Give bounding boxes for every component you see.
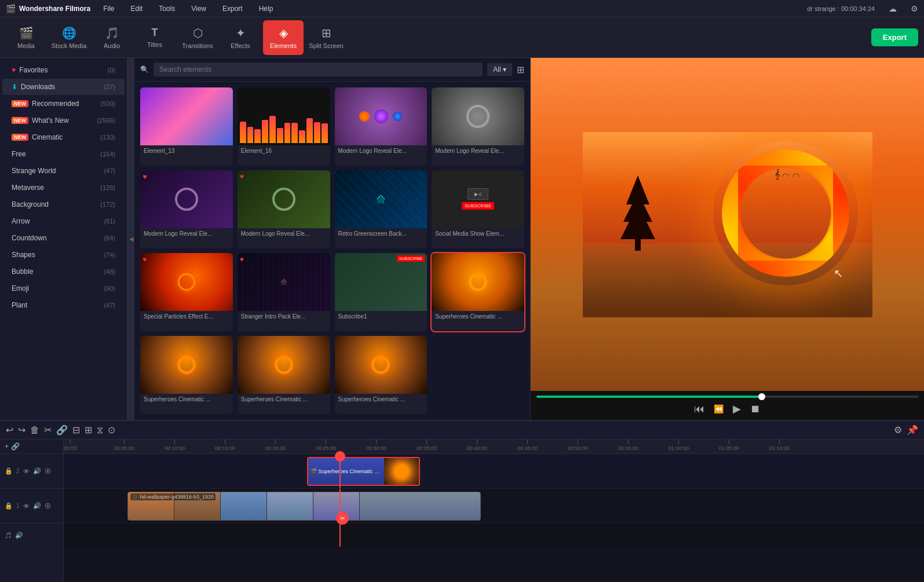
undo-button[interactable]: ↩ [6,424,13,435]
timeline-tracks: 🎬 Superheroes Cinematic Pack Eleme... ✂ [64,454,924,547]
element-card-subscribe1[interactable]: SUBSCRIBE Subscribe1 [335,253,428,331]
filter-all-button[interactable]: All ▾ [487,63,512,76]
toolbar-elements[interactable]: ◈ Elements [263,20,304,55]
toolbar-audio[interactable]: 🎵 Audio [92,20,132,55]
sidebar-item-background[interactable]: Background (172) [2,196,125,213]
sidebar-item-shapes[interactable]: Shapes (74) [2,247,125,263]
cut-button[interactable]: ✂ [44,424,52,435]
menu-edit[interactable]: Edit [127,3,146,14]
delete-button[interactable]: 🗑 [30,425,39,435]
element-card-elem-16[interactable]: Element_16 [238,87,330,166]
sidebar-item-favorites[interactable]: ♥ Favorites (0) [2,62,125,78]
add-track-button[interactable]: + [5,442,9,451]
link-button[interactable]: 🔗 [56,424,68,435]
link-tracks-button[interactable]: 🔗 [11,442,20,451]
toolbar-media[interactable]: 🎬 Media [6,20,46,55]
sidebar-item-free[interactable]: Free (164) [2,146,125,162]
element-card-stranger-intro[interactable]: ⟰ ♥ Stranger Intro Pack Ele... [238,253,330,331]
element-card-superhero-2[interactable]: Superheroes Cinematic ... [140,336,233,414]
sidebar-item-strange-world[interactable]: Strange World (47) [2,163,125,179]
element-card-superhero-selected[interactable]: Superheroes Cinematic ... [432,253,524,331]
element-card-particles-effect[interactable]: ♥ Special Particles Effect E... [140,253,233,331]
ruler-mark: 00:10:00 [165,440,185,451]
toolbar-stock-media[interactable]: 🌐 Stock Media [49,20,89,55]
track-number-1: 1 [16,503,20,509]
sidebar-item-arrow[interactable]: Arrow (81) [2,213,125,229]
rewind-button[interactable]: ⏮ [694,403,704,415]
sidebar-item-cinematic[interactable]: NEW Cinematic (130) [2,129,125,145]
play-button[interactable]: ▶ [733,402,741,415]
sidebar-item-emoji[interactable]: Emoji (90) [2,280,125,297]
toolbar-effects[interactable]: ✦ Effects [220,20,261,55]
ruler-time-label: 00:30:00 [366,445,386,451]
ruler-tick [628,440,629,444]
ruler-tick [729,440,729,444]
adjust-button[interactable]: ⊟ [72,424,80,435]
menu-tools[interactable]: Tools [155,3,178,14]
sidebar-item-bubble[interactable]: Bubble (48) [2,263,125,280]
step-back-button[interactable]: ⏪ [714,404,724,413]
timeline-pin-button[interactable]: 📌 [907,424,918,435]
eye-icon-2[interactable]: 👁 [23,503,30,510]
timeline: ↩ ↪ 🗑 ✂ 🔗 ⊟ ⊞ ⧖ ⊙ ⚙ 📌 + 🔗 🔒 2 👁 🔊 ⦿ [0,420,924,582]
audio-mute-icon-2[interactable]: 🔊 [33,502,41,510]
track-record-icon-2[interactable]: ⦿ [45,503,51,510]
element-thumb [140,336,233,394]
menu-file[interactable]: File [100,3,118,14]
toolbar-titles[interactable]: T Titles [134,20,175,55]
toolbar-split-screen[interactable]: ⊞ Split Screen [306,20,346,55]
track-record-icon[interactable]: ⦿ [45,468,51,475]
eye-icon[interactable]: 👁 [23,468,30,475]
elements-grid: Element_13 Element_16 Modern Logo Reveal… [134,82,530,420]
element-card-logo-reveal-4[interactable]: ♥ Modern Logo Reveal Ele... [238,170,330,248]
timeline-settings-button[interactable]: ⚙ [894,424,902,435]
grid-view-icon[interactable]: ⊞ [517,64,524,75]
element-thumb [335,87,428,145]
ruler-mark: 01:05:00 [719,440,739,451]
cloud-icon[interactable]: ☁ [889,4,897,13]
element-thumb [432,253,524,311]
element-caption: Superheroes Cinematic ... [140,394,233,405]
element-card-logo-reveal-3[interactable]: ♥ ♥ Modern Logo Reveal Ele... [140,170,233,248]
sidebar-item-whats-new[interactable]: NEW What's New (2566) [2,112,125,129]
settings-icon[interactable]: ⚙ [911,4,918,13]
sidebar-item-recommended[interactable]: NEW Recommended (500) [2,96,125,112]
element-card-superhero-4[interactable]: Superheroes Cinematic ... [335,336,428,414]
element-card-superhero-3[interactable]: Superheroes Cinematic ... [238,336,330,414]
sidebar-recommended-label: Recommended [32,100,79,108]
lock-icon-2[interactable]: 🔒 [5,502,13,510]
element-caption: Superheroes Cinematic ... [335,394,428,405]
element-card-social-media[interactable]: ▶ 0SUBSCRIBE Social Media Show Elem... [432,170,524,248]
speed-button[interactable]: ⧖ [97,425,103,435]
lock-icon[interactable]: 🔒 [5,467,13,475]
crop-button[interactable]: ⊙ [108,424,115,435]
ruler-tick [70,440,71,444]
menu-view[interactable]: View [188,3,210,14]
ruler-tick [527,440,528,444]
element-thumb: ♥ [238,170,330,228]
progress-bar[interactable] [536,396,918,398]
overlay-clip[interactable]: 🎬 Superheroes Cinematic Pack Eleme... [307,457,420,486]
redo-button[interactable]: ↪ [18,424,25,435]
menu-help[interactable]: Help [255,3,277,14]
split-button[interactable]: ⊞ [85,424,92,435]
background-label: Background [12,200,49,208]
sidebar-item-plant[interactable]: Plant (47) [2,297,125,313]
stop-button[interactable]: ⏹ [750,403,761,415]
export-button[interactable]: Export [871,28,918,46]
menu-export[interactable]: Export [219,3,246,14]
search-input[interactable] [154,63,483,76]
audio-track-mute[interactable]: 🔊 [15,532,23,539]
sidebar-collapse-button[interactable]: ◀ [127,58,134,420]
sidebar-item-downloads[interactable]: ⬇ Downloads (27) [2,79,125,95]
element-card-logo-reveal-1[interactable]: Modern Logo Reveal Ele... [335,87,428,166]
sidebar-item-countdown[interactable]: Countdown (84) [2,230,125,246]
main-video-clip[interactable]: 🎥 hd-wallpaper-g438816-b3_1920 [127,492,481,521]
element-card-elem-13[interactable]: Element_13 [140,87,233,166]
toolbar-transitions[interactable]: ⬡ Transitions [177,20,218,55]
element-card-logo-reveal-2[interactable]: Modern Logo Reveal Ele... [432,87,524,166]
sidebar-item-metaverse[interactable]: Metaverse (128) [2,180,125,196]
element-caption: Modern Logo Reveal Ele... [140,228,233,239]
audio-mute-icon[interactable]: 🔊 [33,467,41,475]
element-card-retro-greenscreen[interactable]: ⟰ Retro Greenscreen Back... [335,170,428,248]
